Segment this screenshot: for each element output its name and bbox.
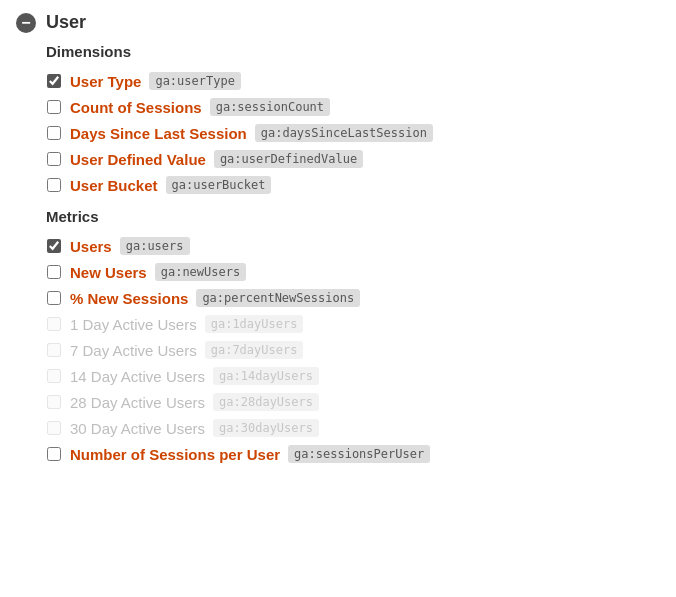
api-tag-7day-active-users: ga:7dayUsers [205,341,304,359]
dimensions-heading: Dimensions [46,43,660,60]
checkbox-1day-active-users[interactable] [47,317,61,331]
list-item: Count of Sessionsga:sessionCount [16,94,660,120]
api-tag-user-bucket: ga:userBucket [166,176,272,194]
checkbox-wrap-sessions-per-user[interactable] [46,446,62,462]
checkbox-wrap-user-bucket[interactable] [46,177,62,193]
api-tag-14day-active-users: ga:14dayUsers [213,367,319,385]
list-item: User Bucketga:userBucket [16,172,660,198]
checkbox-user-defined-value[interactable] [47,152,61,166]
checkbox-wrap-1day-active-users[interactable] [46,316,62,332]
list-item: Number of Sessions per Userga:sessionsPe… [16,441,660,467]
checkbox-wrap-count-of-sessions[interactable] [46,99,62,115]
list-item: 28 Day Active Usersga:28dayUsers [16,389,660,415]
api-tag-1day-active-users: ga:1dayUsers [205,315,304,333]
checkbox-wrap-30day-active-users[interactable] [46,420,62,436]
checkbox-user-bucket[interactable] [47,178,61,192]
api-tag-user-type: ga:userType [149,72,240,90]
list-item: New Usersga:newUsers [16,259,660,285]
api-tag-count-of-sessions: ga:sessionCount [210,98,330,116]
checkbox-14day-active-users[interactable] [47,369,61,383]
checkbox-count-of-sessions[interactable] [47,100,61,114]
checkbox-wrap-7day-active-users[interactable] [46,342,62,358]
list-item: % New Sessionsga:percentNewSessions [16,285,660,311]
checkbox-wrap-14day-active-users[interactable] [46,368,62,384]
api-tag-28day-active-users: ga:28dayUsers [213,393,319,411]
checkbox-7day-active-users[interactable] [47,343,61,357]
item-label-1day-active-users: 1 Day Active Users [70,316,197,333]
item-label-count-of-sessions: Count of Sessions [70,99,202,116]
checkbox-wrap-user-defined-value[interactable] [46,151,62,167]
api-tag-days-since-last-session: ga:daysSinceLastSession [255,124,433,142]
checkbox-28day-active-users[interactable] [47,395,61,409]
list-item: Days Since Last Sessionga:daysSinceLastS… [16,120,660,146]
api-tag-new-users: ga:newUsers [155,263,246,281]
item-label-days-since-last-session: Days Since Last Session [70,125,247,142]
checkbox-wrap-days-since-last-session[interactable] [46,125,62,141]
metrics-list: Usersga:usersNew Usersga:newUsers% New S… [16,233,660,467]
list-item: 7 Day Active Usersga:7dayUsers [16,337,660,363]
list-item: Usersga:users [16,233,660,259]
checkbox-new-users[interactable] [47,265,61,279]
checkbox-wrap-28day-active-users[interactable] [46,394,62,410]
section-header: − User [16,12,660,33]
checkbox-wrap-users[interactable] [46,238,62,254]
checkbox-days-since-last-session[interactable] [47,126,61,140]
list-item: User Defined Valuega:userDefinedValue [16,146,660,172]
dimensions-list: User Typega:userTypeCount of Sessionsga:… [16,68,660,198]
checkbox-wrap-new-users[interactable] [46,264,62,280]
list-item: 30 Day Active Usersga:30dayUsers [16,415,660,441]
checkbox-user-type[interactable] [47,74,61,88]
item-label-new-users: New Users [70,264,147,281]
section-title: User [46,12,86,33]
collapse-icon[interactable]: − [16,13,36,33]
item-label-30day-active-users: 30 Day Active Users [70,420,205,437]
api-tag-user-defined-value: ga:userDefinedValue [214,150,363,168]
list-item: 14 Day Active Usersga:14dayUsers [16,363,660,389]
item-label-7day-active-users: 7 Day Active Users [70,342,197,359]
checkbox-wrap-user-type[interactable] [46,73,62,89]
api-tag-sessions-per-user: ga:sessionsPerUser [288,445,430,463]
item-label-pct-new-sessions: % New Sessions [70,290,188,307]
api-tag-30day-active-users: ga:30dayUsers [213,419,319,437]
api-tag-pct-new-sessions: ga:percentNewSessions [196,289,360,307]
metrics-heading: Metrics [46,208,660,225]
list-item: User Typega:userType [16,68,660,94]
checkbox-pct-new-sessions[interactable] [47,291,61,305]
api-tag-users: ga:users [120,237,190,255]
checkbox-wrap-pct-new-sessions[interactable] [46,290,62,306]
item-label-users: Users [70,238,112,255]
item-label-14day-active-users: 14 Day Active Users [70,368,205,385]
checkbox-users[interactable] [47,239,61,253]
list-item: 1 Day Active Usersga:1dayUsers [16,311,660,337]
checkbox-30day-active-users[interactable] [47,421,61,435]
item-label-sessions-per-user: Number of Sessions per User [70,446,280,463]
item-label-user-type: User Type [70,73,141,90]
item-label-28day-active-users: 28 Day Active Users [70,394,205,411]
item-label-user-defined-value: User Defined Value [70,151,206,168]
item-label-user-bucket: User Bucket [70,177,158,194]
checkbox-sessions-per-user[interactable] [47,447,61,461]
